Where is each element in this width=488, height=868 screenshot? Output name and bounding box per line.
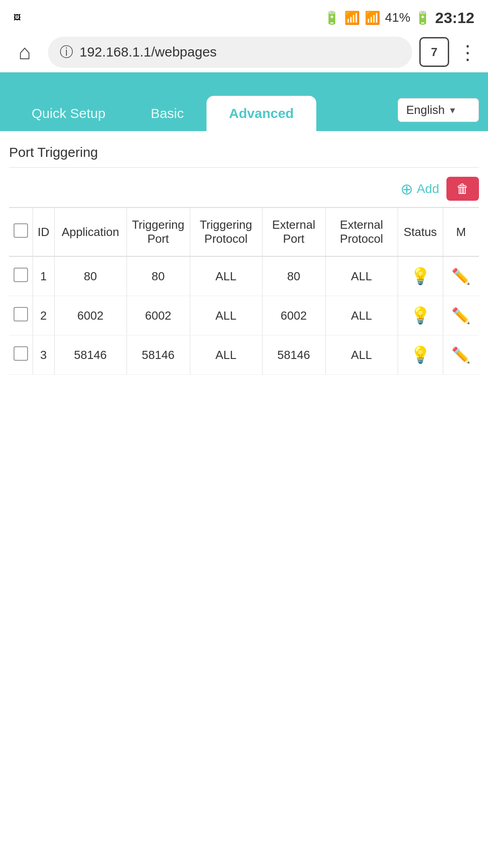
row-3-checkbox-cell[interactable]: [9, 335, 33, 375]
row-2-triggering-port: 6002: [127, 296, 190, 335]
gallery-icon: 🖼: [14, 14, 21, 22]
table-header-row: ID Application Triggering Port Triggerin…: [9, 208, 479, 256]
row-3-triggering-port: 58146: [127, 335, 190, 375]
language-dropdown[interactable]: English ▾: [398, 98, 479, 122]
delete-icon: 🗑: [456, 182, 469, 196]
status-bar: 🖼 🔋 📶 📶 41% 🔋 23:12: [0, 0, 488, 32]
row-2-checkbox-cell[interactable]: [9, 296, 33, 335]
row-2-triggering-protocol: ALL: [190, 296, 262, 335]
info-icon: ⓘ: [60, 43, 73, 61]
row-3-checkbox[interactable]: [14, 346, 28, 361]
select-all-checkbox[interactable]: [14, 223, 28, 238]
chevron-down-icon: ▾: [450, 104, 455, 116]
row-3-triggering-protocol: ALL: [190, 335, 262, 375]
row-3-id: 3: [33, 335, 54, 375]
row-3-application: 58146: [54, 335, 127, 375]
url-text: 192.168.1.1/webpages: [80, 44, 217, 60]
table-row: 1 80 80 ALL 80 ALL 💡 ✏️: [9, 256, 479, 296]
row-3-modify[interactable]: ✏️: [443, 335, 479, 375]
add-icon: ⊕: [400, 180, 413, 198]
row-3-external-port: 58146: [262, 335, 325, 375]
status-on-icon: 💡: [410, 306, 431, 325]
row-2-modify[interactable]: ✏️: [443, 296, 479, 335]
header-id: ID: [33, 208, 54, 256]
edit-icon[interactable]: ✏️: [451, 346, 470, 363]
nav-header: Quick Setup Basic Advanced English ▾: [0, 72, 488, 131]
header-external-protocol: ExternalProtocol: [325, 208, 398, 256]
add-button[interactable]: ⊕ Add: [400, 180, 439, 198]
table-row: 2 6002 6002 ALL 6002 ALL 💡 ✏️: [9, 296, 479, 335]
header-checkbox[interactable]: [9, 208, 33, 256]
header-triggering-port: Triggering Port: [127, 208, 190, 256]
tab-basic[interactable]: Basic: [128, 96, 206, 131]
row-3-external-protocol: ALL: [325, 335, 398, 375]
table-row: 3 58146 58146 ALL 58146 ALL 💡 ✏️: [9, 335, 479, 375]
delete-button[interactable]: 🗑: [446, 177, 479, 201]
row-1-external-port: 80: [262, 256, 325, 296]
row-1-status[interactable]: 💡: [398, 256, 443, 296]
row-3-status[interactable]: 💡: [398, 335, 443, 375]
header-status: Status: [398, 208, 443, 256]
row-2-application: 6002: [54, 296, 127, 335]
row-2-status[interactable]: 💡: [398, 296, 443, 335]
row-1-checkbox-cell[interactable]: [9, 256, 33, 296]
nav-tabs: Quick Setup Basic Advanced: [9, 96, 316, 131]
row-2-checkbox[interactable]: [14, 307, 28, 321]
header-modify: M: [443, 208, 479, 256]
section-title: Port Triggering: [9, 145, 479, 168]
home-button[interactable]: ⌂: [9, 40, 41, 64]
status-time: 23:12: [435, 9, 474, 27]
browser-bar: ⌂ ⓘ 192.168.1.1/webpages 7 ⋮: [0, 32, 488, 72]
tab-quick-setup[interactable]: Quick Setup: [9, 96, 128, 131]
port-triggering-table: ID Application Triggering Port Triggerin…: [9, 207, 479, 375]
wifi-icon: 📶: [344, 10, 360, 25]
row-1-application: 80: [54, 256, 127, 296]
tab-count-button[interactable]: 7: [419, 37, 449, 67]
row-1-modify[interactable]: ✏️: [443, 256, 479, 296]
header-triggering-protocol: TriggeringProtocol: [190, 208, 262, 256]
row-1-checkbox[interactable]: [14, 268, 28, 282]
row-1-external-protocol: ALL: [325, 256, 398, 296]
edit-icon[interactable]: ✏️: [451, 268, 470, 285]
status-on-icon: 💡: [410, 267, 431, 285]
battery-icon: 🔋: [415, 10, 431, 25]
language-selected: English: [406, 103, 445, 117]
header-application: Application: [54, 208, 127, 256]
row-2-id: 2: [33, 296, 54, 335]
table-actions: ⊕ Add 🗑: [9, 177, 479, 201]
row-1-triggering-protocol: ALL: [190, 256, 262, 296]
status-on-icon: 💡: [410, 345, 431, 364]
battery-percent: 41%: [385, 10, 410, 25]
edit-icon[interactable]: ✏️: [451, 307, 470, 324]
row-1-triggering-port: 80: [127, 256, 190, 296]
signal-icon: 📶: [365, 10, 380, 25]
main-content: Port Triggering ⊕ Add 🗑 ID Application T…: [0, 131, 488, 388]
row-1-id: 1: [33, 256, 54, 296]
battery-download-icon: 🔋: [324, 10, 340, 25]
browser-menu-button[interactable]: ⋮: [456, 41, 479, 64]
header-external-port: External Port: [262, 208, 325, 256]
url-bar[interactable]: ⓘ 192.168.1.1/webpages: [48, 37, 412, 68]
tab-advanced[interactable]: Advanced: [206, 96, 316, 131]
row-2-external-port: 6002: [262, 296, 325, 335]
row-2-external-protocol: ALL: [325, 296, 398, 335]
